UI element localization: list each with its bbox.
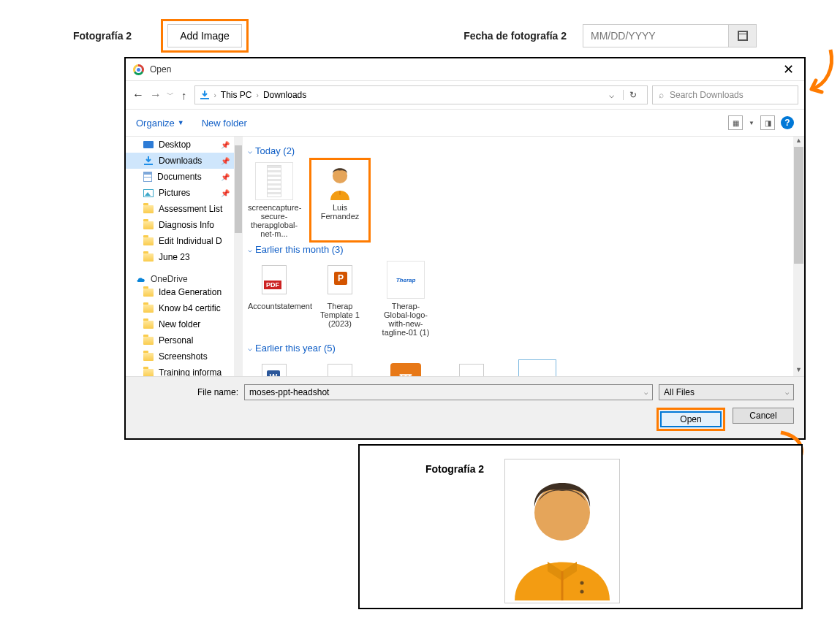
sidebar-item-downloads[interactable]: Downloads📌 <box>126 153 238 169</box>
view-button[interactable]: ▦ <box>728 115 743 130</box>
document-icon <box>143 172 152 182</box>
sidebar-item[interactable]: Personal <box>126 332 238 348</box>
desktop-icon <box>143 141 154 148</box>
file-item[interactable]: screencapture-secure-therapglobal-net-m.… <box>248 162 300 238</box>
group-header[interactable]: ⌵Today (2) <box>248 145 795 156</box>
powerpoint-icon <box>328 265 352 294</box>
add-image-button[interactable]: Add Image <box>167 24 242 47</box>
dialog-title: Open <box>150 64 171 75</box>
forward-button[interactable]: → <box>149 88 162 102</box>
folder-icon <box>143 253 154 262</box>
pdf-icon <box>328 364 352 376</box>
file-item[interactable] <box>445 359 498 376</box>
pin-icon: 📌 <box>221 157 230 165</box>
preview-pane-button[interactable]: ◨ <box>760 115 775 130</box>
pin-icon: 📌 <box>221 189 230 197</box>
open-button[interactable]: Open <box>660 411 722 427</box>
chrome-icon <box>133 64 144 75</box>
refresh-button[interactable]: ↻ <box>623 90 643 100</box>
folder-icon <box>143 353 154 361</box>
new-folder-button[interactable]: New folder <box>202 118 247 129</box>
calendar-icon <box>738 31 748 41</box>
cancel-button[interactable]: Cancel <box>733 408 794 424</box>
folder-icon <box>143 221 154 229</box>
sidebar-item[interactable]: Screenshots <box>126 348 238 365</box>
help-button[interactable]: ? <box>781 116 794 129</box>
sidebar-item[interactable]: New folder <box>126 316 238 332</box>
sidebar-item[interactable]: Training informa <box>126 365 238 376</box>
sidebar-item-pictures[interactable]: Pictures📌 <box>126 185 238 201</box>
up-button[interactable]: ↑ <box>178 89 190 102</box>
sidebar-onedrive[interactable]: OneDrive <box>126 274 238 284</box>
search-placeholder: Search Downloads <box>670 90 743 100</box>
avatar-large-icon <box>507 462 617 600</box>
chevron-right-icon: › <box>257 91 259 99</box>
arrow-annotation-icon <box>804 47 836 99</box>
sidebar-item[interactable]: Know b4 certific <box>126 300 238 316</box>
word-icon <box>262 364 287 376</box>
preview-image <box>504 459 620 603</box>
file-list: ⌵Today (2) screencapture-secure-therapgl… <box>239 137 804 376</box>
path-dropdown[interactable]: ⌵ <box>605 90 618 100</box>
organize-button[interactable]: Organize ▼ <box>136 118 184 129</box>
preview-panel: Fotografía 2 <box>358 444 803 609</box>
group-header[interactable]: ⌵Earlier this year (5) <box>248 343 795 354</box>
search-input[interactable]: ⌕ Search Downloads <box>652 85 798 104</box>
filename-input[interactable]: moses-ppt-headshot⌵ <box>244 384 653 400</box>
file-item[interactable] <box>314 359 366 376</box>
folder-icon <box>143 337 154 345</box>
folder-icon <box>143 321 154 329</box>
sidebar-item[interactable]: Assessment List <box>126 201 238 217</box>
sidebar-item-desktop[interactable]: Desktop📌 <box>126 137 238 153</box>
preview-label: Fotografía 2 <box>425 463 484 475</box>
chevron-right-icon: › <box>214 91 216 99</box>
content-scrollbar[interactable]: ▲ ▼ <box>793 137 804 376</box>
image-icon: অ <box>390 363 421 376</box>
onedrive-icon <box>136 275 146 283</box>
file-item[interactable] <box>511 359 564 376</box>
add-image-highlight: Add Image <box>161 19 249 53</box>
path-root[interactable]: This PC <box>221 90 252 100</box>
svg-point-7 <box>580 590 584 594</box>
file-item[interactable]: Therap Template 1 (2023) <box>314 261 366 337</box>
path-folder[interactable]: Downloads <box>263 90 306 100</box>
history-dropdown[interactable]: ﹀ <box>167 90 174 100</box>
file-item[interactable]: অ <box>379 359 432 376</box>
svg-point-6 <box>580 581 584 585</box>
folder-icon <box>143 205 154 213</box>
pdf-icon <box>459 364 484 376</box>
search-icon: ⌕ <box>659 90 664 100</box>
svg-rect-1 <box>144 164 153 165</box>
sidebar-item[interactable]: Diagnosis Info <box>126 217 238 233</box>
picture-icon <box>143 189 154 197</box>
pin-icon: 📌 <box>221 173 230 181</box>
filetype-filter[interactable]: All Files⌵ <box>659 384 794 400</box>
back-button[interactable]: ← <box>132 88 145 102</box>
file-open-dialog: Open ✕ ← → ﹀ ↑ › This PC › Downloads ⌵ ↻… <box>124 57 806 440</box>
folder-icon <box>143 237 154 245</box>
file-item-highlighted[interactable]: Luis Fernandez <box>314 162 366 238</box>
therap-logo-icon: Therap <box>396 277 416 283</box>
sidebar-item[interactable]: Edit Individual D <box>126 233 238 249</box>
file-item[interactable] <box>248 359 300 376</box>
date-input[interactable] <box>583 24 729 47</box>
file-item[interactable]: TherapTherap-Global-logo-with-new-taglin… <box>379 261 432 337</box>
sidebar-item[interactable]: June 23 <box>126 249 238 265</box>
download-icon <box>200 90 210 100</box>
group-header[interactable]: ⌵Earlier this month (3) <box>248 244 795 255</box>
pin-icon: 📌 <box>221 141 230 149</box>
svg-point-5 <box>534 485 590 541</box>
text-file-icon <box>267 165 281 197</box>
file-item[interactable]: Accountstatement <box>248 261 300 337</box>
download-icon <box>143 156 154 166</box>
sidebar-item[interactable]: Idea Generation <box>126 284 238 300</box>
calendar-button[interactable] <box>729 24 757 47</box>
sidebar: Desktop📌 Downloads📌 Documents📌 Pictures📌… <box>126 137 239 376</box>
photo-label: Fotografía 2 <box>73 30 132 42</box>
close-button[interactable]: ✕ <box>780 63 797 76</box>
filename-label: File name: <box>136 387 238 397</box>
address-bar[interactable]: › This PC › Downloads ⌵ ↻ <box>194 85 648 104</box>
sidebar-item-documents[interactable]: Documents📌 <box>126 169 238 185</box>
avatar-icon <box>324 162 356 200</box>
svg-rect-0 <box>200 98 209 99</box>
